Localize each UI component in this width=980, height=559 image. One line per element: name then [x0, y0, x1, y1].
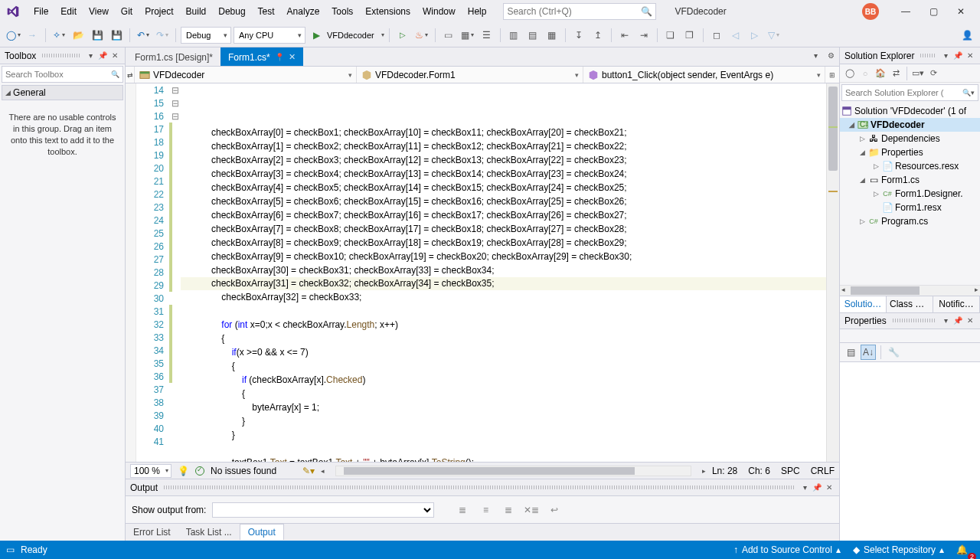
close-icon[interactable]: ✕ — [965, 51, 975, 61]
hot-reload-button[interactable]: ♨▾ — [413, 27, 430, 44]
tb-align-1[interactable]: ▥ — [505, 27, 522, 44]
nav-class-combo[interactable]: VFDdecoder.Form1 — [357, 67, 583, 83]
title-search-input[interactable] — [507, 6, 641, 17]
pin-icon[interactable]: 📌 — [952, 51, 963, 61]
tree-dependencies[interactable]: ▷🖧Dependencies — [840, 132, 980, 145]
code-editor[interactable]: 1415161718192021222324252627282930313233… — [126, 83, 839, 462]
bottom-tab-error-list[interactable]: Error List — [126, 525, 178, 540]
sln-sync-icon[interactable]: ⇄ — [889, 67, 903, 80]
dropdown-icon[interactable]: ▾ — [940, 315, 951, 326]
brush-icon[interactable]: ✎▾ — [302, 466, 315, 476]
nav-project-combo[interactable]: VFDdecoder — [135, 67, 357, 83]
tab-form-design[interactable]: Form1.cs [Design]* — [127, 47, 220, 66]
tb-step-2[interactable]: ↥ — [590, 27, 606, 44]
breakpoint-margin[interactable] — [126, 83, 136, 462]
tab-form-cs[interactable]: Form1.cs* 📍 ✕ — [220, 47, 303, 66]
start-nodebug-button[interactable]: ▷ — [394, 27, 411, 44]
undo-button[interactable]: ↶▾ — [135, 27, 152, 44]
platform-combo[interactable]: Any CPU — [234, 27, 305, 44]
menu-tools[interactable]: Tools — [325, 3, 359, 20]
output-window-icon[interactable]: ▭ — [6, 544, 15, 555]
menu-build[interactable]: Build — [180, 3, 213, 20]
pin-icon[interactable]: 📌 — [97, 51, 108, 61]
bookmark-next[interactable]: ▷ — [746, 27, 763, 44]
tree-form1-resx[interactable]: 📄Form1.resx — [840, 201, 980, 214]
new-project-button[interactable]: ✧▾ — [51, 27, 67, 44]
menu-project[interactable]: Project — [139, 3, 179, 20]
horizontal-scrollbar[interactable] — [335, 466, 691, 476]
lineend-indicator[interactable]: CRLF — [811, 466, 835, 476]
prop-alpha-icon[interactable]: A↓ — [861, 345, 876, 360]
close-icon[interactable]: ✕ — [965, 315, 975, 326]
output-btn-3[interactable]: ≣ — [500, 502, 517, 518]
dropdown-icon[interactable]: ▾ — [940, 51, 951, 61]
menu-analyze[interactable]: Analyze — [281, 3, 326, 20]
open-file-button[interactable]: 📂 — [70, 27, 87, 44]
menu-test[interactable]: Test — [252, 3, 281, 20]
nav-fwd-button[interactable]: → — [24, 27, 41, 44]
lightbulb-icon[interactable]: 💡 — [178, 466, 189, 476]
tb-indent-2[interactable]: ⇥ — [635, 27, 652, 44]
solution-hscroll[interactable]: ◂▸ — [840, 285, 980, 296]
solution-search-input[interactable] — [845, 88, 962, 97]
config-combo[interactable]: Debug — [181, 27, 231, 44]
bookmark-prev[interactable]: ◁ — [727, 27, 744, 44]
start-debug-button[interactable]: ▶ — [308, 27, 325, 44]
tree-program[interactable]: ▷C#Program.cs — [840, 214, 980, 228]
vertical-scrollbar[interactable] — [826, 83, 839, 462]
output-source-combo[interactable] — [212, 502, 434, 518]
solution-tree[interactable]: Solution 'VFDdecoder' (1 of ◢C#VFDdecode… — [840, 103, 980, 285]
tb-comment[interactable]: ❏ — [662, 27, 679, 44]
bottom-tab-task-list-[interactable]: Task List ... — [178, 525, 240, 540]
sln-home-icon[interactable]: 🏠 — [874, 67, 887, 80]
prop-wrench-icon[interactable]: 🔧 — [886, 345, 901, 360]
zoom-combo[interactable]: 100 % — [130, 464, 172, 478]
menu-view[interactable]: View — [83, 3, 115, 20]
issues-label[interactable]: No issues found — [211, 466, 276, 476]
close-icon[interactable]: ✕ — [824, 482, 835, 493]
tree-project[interactable]: ◢C#VFDdecoder — [840, 118, 980, 132]
nav-member-combo[interactable]: button1_Click(object sender, EventArgs e… — [583, 67, 825, 83]
dropdown-icon[interactable]: ▾ — [799, 482, 810, 493]
minimize-button[interactable]: — — [893, 2, 919, 21]
solution-search[interactable]: 🔍▾ — [841, 84, 978, 101]
tree-properties[interactable]: ◢📁Properties — [840, 145, 980, 159]
sln-showall-icon[interactable]: ▭▾ — [911, 67, 925, 80]
code-text[interactable]: checkBoxArray[0] = checkBox1; checkBoxAr… — [181, 83, 826, 462]
select-repository[interactable]: ◆Select Repository▴ — [847, 541, 950, 559]
tb-misc-1[interactable]: ▭ — [440, 27, 457, 44]
add-source-control[interactable]: ↑Add to Source Control▴ — [727, 541, 847, 559]
tb-misc-2[interactable]: ▦▾ — [459, 27, 476, 44]
scrollbar-thumb[interactable] — [344, 467, 635, 475]
menu-file[interactable]: File — [28, 3, 54, 20]
tree-form1-designer[interactable]: ▷C#Form1.Designer. — [840, 187, 980, 201]
close-icon[interactable]: ✕ — [109, 51, 120, 61]
prop-categorized-icon[interactable]: ▤ — [843, 345, 858, 360]
output-btn-1[interactable]: ≣ — [454, 502, 471, 518]
notifications-button[interactable]: 🔔2 — [950, 541, 974, 559]
tb-align-3[interactable]: ▦ — [544, 27, 560, 44]
close-button[interactable]: ✕ — [948, 2, 974, 21]
start-target-label[interactable]: VFDdecoder — [327, 31, 374, 40]
close-icon[interactable]: ✕ — [289, 52, 296, 62]
bookmark-clear[interactable]: ▽▾ — [766, 27, 782, 44]
tb-uncomment[interactable]: ❐ — [681, 27, 698, 44]
menu-debug[interactable]: Debug — [212, 3, 251, 20]
sln-refresh-icon[interactable]: ⟳ — [926, 67, 940, 80]
pin-icon[interactable]: 📍 — [275, 53, 284, 61]
output-btn-2[interactable]: ≡ — [477, 502, 494, 518]
spaces-indicator[interactable]: SPC — [781, 466, 800, 476]
right-tab-1[interactable]: Class V… — [887, 296, 933, 312]
properties-grid[interactable] — [840, 361, 980, 541]
toolbox-search[interactable]: 🔍 — [2, 66, 123, 83]
right-tab-2[interactable]: Notific… — [933, 296, 980, 312]
output-btn-4[interactable]: ✕≣ — [523, 502, 540, 518]
tab-overflow-icon[interactable]: ▾ — [810, 50, 821, 60]
menu-window[interactable]: Window — [416, 3, 462, 20]
menu-help[interactable]: Help — [462, 3, 493, 20]
menu-extensions[interactable]: Extensions — [359, 3, 416, 20]
user-avatar[interactable]: BB — [862, 3, 879, 20]
toolbox-group-general[interactable]: ◢ General — [2, 85, 123, 100]
scrollbar-thumb[interactable] — [828, 87, 838, 171]
tab-settings-icon[interactable]: ⚙ — [825, 50, 836, 60]
